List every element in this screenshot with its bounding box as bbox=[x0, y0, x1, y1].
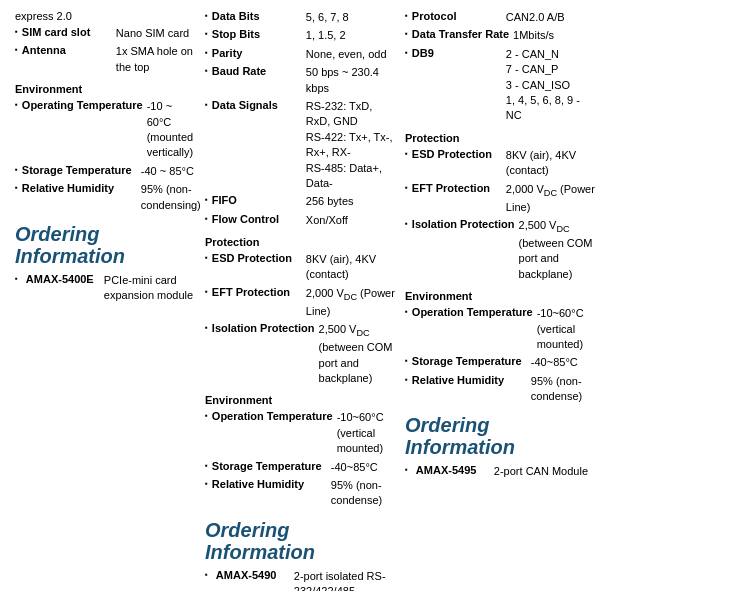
spec-label: Storage Temperature bbox=[412, 355, 527, 367]
ordering-value: PCIe-mini card expansion module bbox=[104, 273, 195, 304]
spec-value: -40 ~ 85°C bbox=[141, 164, 194, 179]
ordering-value: 2-port CAN Module bbox=[494, 464, 588, 479]
ordering-label: AMAX-5495 bbox=[416, 464, 486, 479]
col2-env-items: Operation Temperature -10~60°C (vertical… bbox=[205, 410, 395, 508]
ordering-title-col3: Ordering Information bbox=[405, 414, 595, 458]
list-item: Relative Humidity 95% (non-condensing) bbox=[15, 182, 195, 213]
list-item: Flow Control Xon/Xoff bbox=[205, 213, 395, 228]
list-item: Antenna 1x SMA hole on the top bbox=[15, 44, 195, 75]
spec-value: Nano SIM card bbox=[116, 26, 189, 41]
list-item: Operation Temperature -10~60°C (vertical… bbox=[405, 306, 595, 352]
col3-items: Protocol CAN2.0 A/B Data Transfer Rate 1… bbox=[405, 10, 595, 124]
spec-label: DB9 bbox=[412, 47, 502, 59]
spec-label: Data Signals bbox=[212, 99, 302, 111]
spec-value: CAN2.0 A/B bbox=[506, 10, 565, 25]
list-item: Operation Temperature -10~60°C (vertical… bbox=[205, 410, 395, 456]
col1-env-items: Operating Temperature -10 ~ 60°C (mounte… bbox=[15, 99, 195, 213]
list-item: Data Signals RS-232: TxD, RxD, GND RS-42… bbox=[205, 99, 395, 191]
spec-value: -40~85°C bbox=[531, 355, 578, 370]
column-2: Data Bits 5, 6, 7, 8 Stop Bits 1, 1.5, 2… bbox=[195, 10, 395, 591]
ordering-item-col1: AMAX-5400E PCIe-mini card expansion modu… bbox=[15, 273, 195, 304]
spec-value: -10 ~ 60°C (mounted vertically) bbox=[147, 99, 195, 161]
col1-top-text: express 2.0 bbox=[15, 10, 195, 22]
list-item: Relative Humidity 95% (non-condense) bbox=[205, 478, 395, 509]
col2-protection-items: ESD Protection 8KV (air), 4KV (contact) … bbox=[205, 252, 395, 386]
spec-value: 95% (non-condensing) bbox=[141, 182, 201, 213]
spec-value: 50 bps ~ 230.4 kbps bbox=[306, 65, 395, 96]
column-3: Protocol CAN2.0 A/B Data Transfer Rate 1… bbox=[395, 10, 595, 591]
spec-value: RS-232: TxD, RxD, GND RS-422: Tx+, Tx-, … bbox=[306, 99, 395, 191]
list-item: Storage Temperature -40 ~ 85°C bbox=[15, 164, 195, 179]
spec-label: Relative Humidity bbox=[212, 478, 327, 490]
spec-value: -40~85°C bbox=[331, 460, 378, 475]
main-content: express 2.0 SIM card slot Nano SIM card … bbox=[0, 0, 750, 591]
list-item: SIM card slot Nano SIM card bbox=[15, 26, 195, 41]
list-item: EFT Protection 2,000 VDC (Power Line) bbox=[405, 182, 595, 215]
column-1: express 2.0 SIM card slot Nano SIM card … bbox=[15, 10, 195, 591]
list-item: Protocol CAN2.0 A/B bbox=[405, 10, 595, 25]
spec-label: Storage Temperature bbox=[212, 460, 327, 472]
spec-value: 2,000 VDC (Power Line) bbox=[506, 182, 595, 215]
ordering-item-col2: AMAX-5490 2-port isolated RS-232/422/485… bbox=[205, 569, 395, 591]
spec-label: Relative Humidity bbox=[412, 374, 527, 386]
list-item: FIFO 256 bytes bbox=[205, 194, 395, 209]
list-item: DB9 2 - CAN_N 7 - CAN_P 3 - CAN_ISO 1, 4… bbox=[405, 47, 595, 124]
spec-label: Flow Control bbox=[212, 213, 302, 225]
spec-value: 2,500 VDC (between COM port and backplan… bbox=[519, 218, 595, 282]
spec-label: Stop Bits bbox=[212, 28, 302, 40]
spec-label: EFT Protection bbox=[412, 182, 502, 194]
ordering-title-col1: Ordering Information bbox=[15, 223, 195, 267]
spec-value: -10~60°C (vertical mounted) bbox=[337, 410, 395, 456]
spec-label: Baud Rate bbox=[212, 65, 302, 77]
spec-value: 8KV (air), 4KV (contact) bbox=[306, 252, 395, 283]
ordering-title-col2: Ordering Information bbox=[205, 519, 395, 563]
spec-label: Data Bits bbox=[212, 10, 302, 22]
list-item: Data Transfer Rate 1Mbits/s bbox=[405, 28, 595, 43]
spec-value: 8KV (air), 4KV (contact) bbox=[506, 148, 595, 179]
list-item: Operating Temperature -10 ~ 60°C (mounte… bbox=[15, 99, 195, 161]
spec-label: Operating Temperature bbox=[22, 99, 143, 111]
spec-value: None, even, odd bbox=[306, 47, 387, 62]
list-item: Baud Rate 50 bps ~ 230.4 kbps bbox=[205, 65, 395, 96]
ordering-item-col3: AMAX-5495 2-port CAN Module bbox=[405, 464, 595, 479]
list-item: Stop Bits 1, 1.5, 2 bbox=[205, 28, 395, 43]
environment-title-col1: Environment bbox=[15, 83, 195, 95]
list-item: Isolation Protection 2,500 VDC (between … bbox=[405, 218, 595, 282]
spec-value: 95% (non-condense) bbox=[531, 374, 595, 405]
spec-value: 2,500 VDC (between COM port and backplan… bbox=[319, 322, 395, 386]
spec-label: Parity bbox=[212, 47, 302, 59]
spec-value: 5, 6, 7, 8 bbox=[306, 10, 349, 25]
list-item: Storage Temperature -40~85°C bbox=[405, 355, 595, 370]
spec-label: Operation Temperature bbox=[412, 306, 533, 318]
spec-label: Relative Humidity bbox=[22, 182, 137, 194]
spec-label: ESD Protection bbox=[212, 252, 302, 264]
list-item: Parity None, even, odd bbox=[205, 47, 395, 62]
spec-label: Isolation Protection bbox=[412, 218, 515, 230]
spec-value: 2,000 VDC (Power Line) bbox=[306, 286, 395, 319]
col3-protection-items: ESD Protection 8KV (air), 4KV (contact) … bbox=[405, 148, 595, 282]
spec-value: 256 bytes bbox=[306, 194, 354, 209]
spec-label: Protocol bbox=[412, 10, 502, 22]
spec-label: SIM card slot bbox=[22, 26, 112, 38]
protection-title-col3: Protection bbox=[405, 132, 595, 144]
protection-title-col2: Protection bbox=[205, 236, 395, 248]
spec-value: -10~60°C (vertical mounted) bbox=[537, 306, 595, 352]
list-item: EFT Protection 2,000 VDC (Power Line) bbox=[205, 286, 395, 319]
list-item: ESD Protection 8KV (air), 4KV (contact) bbox=[205, 252, 395, 283]
spec-value: Xon/Xoff bbox=[306, 213, 348, 228]
spec-label: Storage Temperature bbox=[22, 164, 137, 176]
ordering-label: AMAX-5400E bbox=[26, 273, 96, 304]
spec-value: 1, 1.5, 2 bbox=[306, 28, 346, 43]
environment-title-col3: Environment bbox=[405, 290, 595, 302]
col1-items: SIM card slot Nano SIM card Antenna 1x S… bbox=[15, 26, 195, 75]
spec-label: Antenna bbox=[22, 44, 112, 56]
spec-label: FIFO bbox=[212, 194, 302, 206]
ordering-label: AMAX-5490 bbox=[216, 569, 286, 591]
spec-label: Isolation Protection bbox=[212, 322, 315, 334]
list-item: Relative Humidity 95% (non-condense) bbox=[405, 374, 595, 405]
col3-env-items: Operation Temperature -10~60°C (vertical… bbox=[405, 306, 595, 404]
list-item: Storage Temperature -40~85°C bbox=[205, 460, 395, 475]
list-item: Isolation Protection 2,500 VDC (between … bbox=[205, 322, 395, 386]
list-item: ESD Protection 8KV (air), 4KV (contact) bbox=[405, 148, 595, 179]
spec-value: 1x SMA hole on the top bbox=[116, 44, 195, 75]
